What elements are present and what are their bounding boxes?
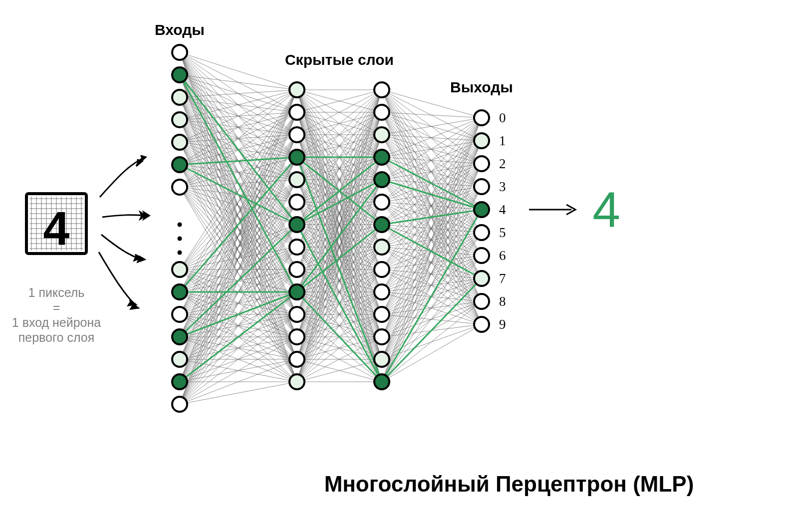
- svg-line-557: [382, 301, 482, 382]
- neuron-input-top-1: [172, 67, 187, 82]
- neuron-hidden1-2: [289, 127, 304, 142]
- neuron-output-0: [474, 110, 489, 125]
- svg-line-450: [382, 141, 482, 157]
- neuron-hidden2-12: [374, 352, 389, 367]
- svg-line-430: [382, 112, 482, 141]
- svg-line-439: [382, 118, 482, 135]
- svg-line-222: [180, 382, 297, 404]
- output-label-1: 1: [499, 133, 506, 148]
- neuron-output-8: [474, 294, 489, 309]
- neuron-input-top-3: [172, 112, 187, 127]
- input-image: 4: [26, 194, 86, 255]
- neuron-input-top-0: [172, 45, 187, 60]
- svg-line-561: [180, 157, 297, 165]
- output-label-8: 8: [499, 294, 506, 309]
- neuron-input-top-4: [172, 135, 187, 150]
- svg-line-420: [382, 90, 482, 141]
- output-label-4: 4: [499, 202, 506, 217]
- neuron-hidden2-4: [374, 172, 389, 187]
- svg-line-539: [382, 118, 482, 359]
- neuron-output-6: [474, 248, 489, 263]
- neuron-hidden2-10: [374, 307, 389, 322]
- neuron-hidden2-8: [374, 262, 389, 277]
- mlp-diagram: 4 1 пиксель = 1 вход нейрона первого сло…: [0, 0, 789, 532]
- neuron-hidden1-0: [289, 82, 304, 97]
- neuron-hidden2-11: [374, 329, 389, 344]
- svg-point-585: [178, 251, 182, 255]
- svg-text:1 пиксель: 1 пиксель: [28, 285, 85, 299]
- label-hidden: Скрытые слои: [285, 51, 394, 68]
- neuron-input-bottom-3: [172, 329, 187, 344]
- neuron-input-top-2: [172, 90, 187, 105]
- neuron-hidden1-13: [289, 374, 304, 389]
- output-digit: 4: [592, 182, 620, 238]
- neuron-input-bottom-0: [172, 262, 187, 277]
- svg-point-584: [178, 237, 182, 241]
- neuron-hidden1-9: [289, 284, 304, 299]
- input-digit: 4: [43, 202, 70, 255]
- svg-line-558: [382, 324, 482, 382]
- neuron-hidden1-7: [289, 240, 304, 255]
- svg-text:=: =: [53, 300, 60, 314]
- svg-line-527: [382, 301, 482, 314]
- neuron-input-bottom-2: [172, 307, 187, 322]
- label-outputs: Выходы: [450, 79, 513, 95]
- neuron-input-bottom-5: [172, 374, 187, 389]
- svg-point-583: [178, 223, 182, 227]
- neuron-input-top-5: [172, 157, 187, 172]
- neuron-output-1: [474, 133, 489, 148]
- neuron-hidden1-1: [289, 105, 304, 120]
- neuron-hidden2-7: [374, 240, 389, 255]
- output-label-2: 2: [499, 156, 506, 171]
- svg-line-537: [382, 301, 482, 337]
- neuron-hidden2-2: [374, 127, 389, 142]
- neuron-hidden1-3: [289, 150, 304, 165]
- svg-line-431: [382, 112, 482, 164]
- neuron-input-bottom-4: [172, 352, 187, 367]
- neuron-hidden1-8: [289, 262, 304, 277]
- pixel-note: 1 пиксель = 1 вход нейрона первого слоя: [12, 285, 101, 344]
- diagram-title: Многослойный Перцептрон (MLP): [324, 472, 694, 496]
- neuron-hidden1-6: [289, 217, 304, 232]
- neuron-hidden1-12: [289, 352, 304, 367]
- output-label-0: 0: [499, 110, 506, 125]
- neuron-hidden2-1: [374, 105, 389, 120]
- output-label-5: 5: [499, 225, 506, 240]
- neuron-input-top-6: [172, 180, 187, 195]
- svg-line-549: [382, 118, 482, 382]
- svg-text:первого слоя: первого слоя: [18, 330, 94, 344]
- output-label-3: 3: [499, 179, 506, 194]
- neuron-input-bottom-1: [172, 284, 187, 299]
- svg-line-478: [382, 202, 482, 324]
- svg-line-476: [382, 202, 482, 278]
- neuron-hidden1-10: [289, 307, 304, 322]
- connections-all: [180, 52, 482, 404]
- neuron-hidden2-3: [374, 150, 389, 165]
- neuron-output-7: [474, 271, 489, 286]
- svg-line-429: [382, 112, 482, 118]
- output-label-9: 9: [499, 317, 506, 332]
- neuron-hidden2-6: [374, 217, 389, 232]
- output-digit-labels: 0123456789: [499, 110, 506, 332]
- neuron-hidden2-5: [374, 195, 389, 210]
- svg-line-464: [382, 180, 482, 233]
- neuron-output-4: [474, 202, 489, 217]
- label-inputs: Входы: [155, 21, 205, 38]
- svg-line-69: [180, 90, 297, 120]
- neuron-hidden1-5: [289, 195, 304, 210]
- svg-line-440: [382, 135, 482, 141]
- neuron-hidden2-0: [374, 82, 389, 97]
- neuron-hidden2-9: [374, 284, 389, 299]
- neuron-hidden1-11: [289, 329, 304, 344]
- neuron-output-5: [474, 225, 489, 240]
- svg-line-529: [382, 118, 482, 337]
- svg-line-27: [180, 52, 297, 90]
- neuron-input-bottom-6: [172, 397, 187, 412]
- input-ellipsis: [178, 223, 182, 255]
- neuron-output-2: [474, 156, 489, 171]
- neuron-hidden1-4: [289, 172, 304, 187]
- neuron-output-3: [474, 179, 489, 194]
- svg-line-41: [180, 75, 297, 90]
- svg-line-451: [382, 157, 482, 164]
- neuron-hidden2-13: [374, 374, 389, 389]
